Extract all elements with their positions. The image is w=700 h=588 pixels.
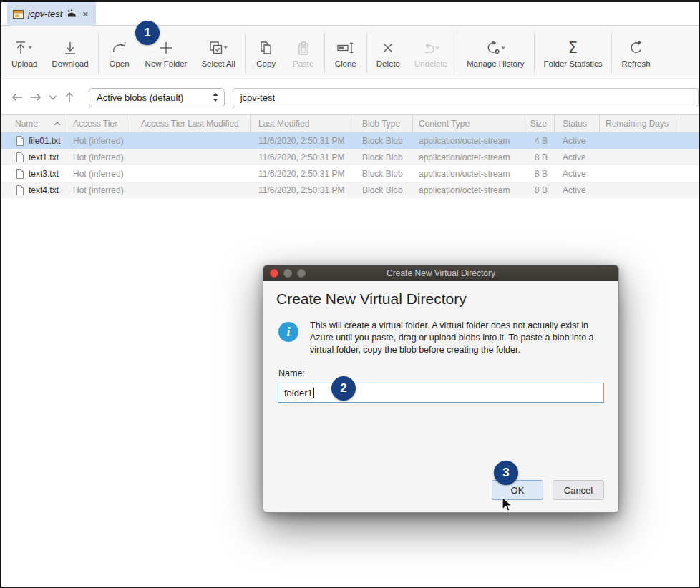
folder-statistics-label: Folder Statistics (544, 59, 603, 68)
toolbar-separator (457, 32, 457, 73)
column-header-blob-type[interactable]: Blob Type (354, 115, 413, 132)
dialog-heading: Create New Virtual Directory (276, 290, 618, 308)
sort-ascending-icon (53, 121, 62, 127)
container-tab-icon (13, 10, 24, 19)
manage-history-icon (485, 39, 506, 57)
open-icon (111, 39, 128, 57)
undelete-button: Undelete (407, 26, 454, 79)
up-icon[interactable] (63, 91, 76, 104)
open-button[interactable]: Open (101, 26, 138, 79)
column-header-spacer (681, 115, 700, 132)
blob-view-selected-value: Active blobs (default) (97, 92, 211, 103)
column-header-status[interactable]: Status (555, 115, 600, 132)
copy-icon (258, 39, 275, 57)
refresh-icon (628, 39, 644, 57)
clone-label: Clone (335, 59, 356, 68)
paste-icon (295, 39, 312, 57)
upload-icon (14, 39, 35, 57)
delete-button[interactable]: Delete (369, 26, 407, 79)
copy-button[interactable]: Copy (248, 26, 285, 79)
clone-icon (336, 39, 355, 57)
folder-statistics-button[interactable]: Σ Folder Statistics (537, 26, 610, 79)
folder-name-value: folder1 (284, 388, 313, 398)
column-header-remaining-days[interactable]: Remaining Days (600, 115, 681, 132)
table-header: Name Access Tier Access Tier Last Modifi… (1, 114, 700, 132)
tab-bar: jcpv-test × (1, 2, 699, 26)
annotation-badge-1: 1 (135, 21, 160, 45)
toolbar: Upload Download Open New Folder Select A… (1, 26, 699, 79)
tab-jcpv-test[interactable]: jcpv-test × (7, 2, 96, 26)
folder-statistics-icon: Σ (568, 39, 578, 57)
delete-label: Delete (376, 59, 400, 68)
paste-label: Paste (293, 59, 313, 68)
delete-icon (380, 39, 396, 57)
tab-title: jcpv-test (28, 9, 62, 19)
table-row-text4[interactable]: text4.txt Hot (inferred) 11/6/2020, 2:50… (1, 182, 700, 198)
cancel-button[interactable]: Cancel (553, 480, 604, 500)
upload-button[interactable]: Upload (4, 26, 44, 79)
file-icon (16, 169, 24, 179)
dialog-title: Create New Virtual Directory (263, 268, 618, 278)
column-header-last-modified[interactable]: Last Modified (251, 115, 354, 132)
forward-icon[interactable] (29, 91, 43, 104)
name-label: Name: (278, 368, 618, 378)
column-header-size[interactable]: Size (522, 115, 555, 132)
annotation-badge-3: 3 (494, 461, 518, 485)
table-row-text1[interactable]: text1.txt Hot (inferred) 11/6/2020, 2:50… (1, 149, 700, 165)
table-row-file01[interactable]: file01.txt Hot (inferred) 11/6/2020, 2:5… (1, 132, 700, 149)
manage-history-button[interactable]: Manage History (460, 26, 532, 79)
select-all-icon (208, 39, 229, 57)
history-chevron-icon[interactable] (47, 91, 59, 104)
select-stepper-icon (211, 92, 220, 103)
upload-label: Upload (11, 59, 37, 68)
mouse-cursor (502, 496, 513, 512)
open-label: Open (110, 59, 130, 68)
info-icon: i (278, 322, 298, 342)
column-header-content-type[interactable]: Content Type (413, 115, 522, 132)
navigation-bar: Active blobs (default) (1, 80, 699, 114)
dialog-info-text: This will create a virtual folder. A vir… (310, 320, 604, 356)
back-icon[interactable] (10, 91, 24, 104)
file-icon (16, 185, 24, 195)
app-window: jcpv-test × Upload Download Open New Fo (0, 0, 700, 588)
text-caret (313, 388, 314, 398)
column-header-name[interactable]: Name (1, 115, 67, 132)
tab-close-icon[interactable]: × (82, 9, 88, 19)
folder-name-input[interactable]: folder1 (278, 383, 604, 403)
select-all-label: Select All (201, 59, 235, 68)
file-icon (16, 136, 24, 146)
undelete-icon (420, 39, 442, 57)
paste-button: Paste (285, 26, 322, 79)
toolbar-separator (611, 32, 612, 73)
toolbar-separator (324, 32, 325, 73)
toolbar-separator (534, 32, 535, 73)
create-virtual-directory-dialog: Create New Virtual Directory Create New … (263, 265, 619, 513)
download-button[interactable]: Download (44, 26, 95, 79)
download-icon (62, 39, 78, 57)
new-folder-label: New Folder (145, 59, 188, 68)
toolbar-separator (98, 32, 99, 73)
refresh-button[interactable]: Refresh (614, 26, 657, 79)
table-row-text3[interactable]: text3.txt Hot (inferred) 11/6/2020, 2:50… (1, 165, 700, 182)
manage-history-label: Manage History (467, 59, 525, 68)
undelete-label: Undelete (414, 59, 447, 68)
column-header-access-tier-last-modified[interactable]: Access Tier Last Modified (130, 115, 251, 132)
dialog-titlebar[interactable]: Create New Virtual Directory (263, 265, 618, 281)
copy-label: Copy (256, 59, 276, 68)
file-icon (16, 152, 24, 162)
blob-table: Name Access Tier Access Tier Last Modifi… (1, 114, 700, 198)
refresh-label: Refresh (621, 59, 650, 68)
column-header-access-tier[interactable]: Access Tier (67, 115, 130, 132)
new-folder-icon (158, 39, 174, 57)
breadcrumb-path-field[interactable] (233, 88, 699, 107)
tab-connection-icon (67, 9, 77, 19)
toolbar-separator (245, 32, 246, 73)
download-label: Download (52, 59, 88, 68)
blob-view-selector[interactable]: Active blobs (default) (89, 88, 225, 107)
annotation-badge-2: 2 (331, 376, 356, 401)
toolbar-separator (366, 32, 367, 73)
select-all-button[interactable]: Select All (194, 26, 242, 79)
clone-button[interactable]: Clone (327, 26, 364, 79)
